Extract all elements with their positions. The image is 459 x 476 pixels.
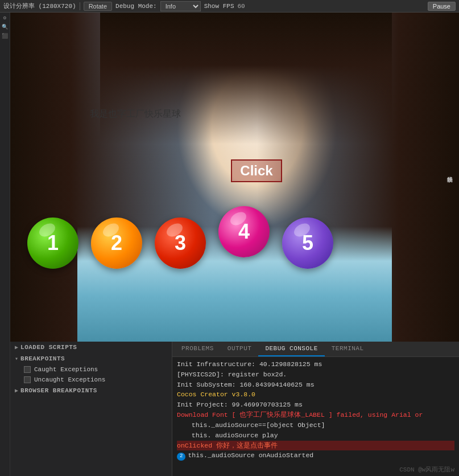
tab-terminal[interactable]: TERMINAL bbox=[325, 342, 371, 356]
breakpoints-label: BREAKPOINTS bbox=[20, 355, 65, 362]
right-console-panel: PROBLEMS OUTPUT DEBUG CONSOLE TERMINAL I… bbox=[172, 342, 459, 476]
content-wrapper: 我是也字工厂快乐星球 Click 1 2 3 4 5 bbox=[10, 13, 459, 476]
console-line-4: Cocos Creator v3.8.0 bbox=[177, 389, 454, 400]
left-debug-panel: ▶ LOADED SCRIPTS ▾ BREAKPOINTS Caught Ex… bbox=[10, 342, 172, 476]
uncaught-exceptions-label: Uncaught Exceptions bbox=[34, 376, 105, 383]
browser-breakpoints-label: BROWSER BREAKPOINTS bbox=[20, 387, 97, 394]
ball-3-number: 3 bbox=[175, 231, 186, 255]
sidebar-icon-3[interactable]: ⬛ bbox=[1, 33, 10, 41]
show-fps-label: Show FPS bbox=[204, 3, 234, 10]
debug-mode-label: Debug Mode: bbox=[115, 3, 157, 10]
console-badge: 2 bbox=[177, 453, 185, 461]
pause-button[interactable]: Pause bbox=[428, 2, 456, 11]
resolution-label: 设计分辨率 (1280X720) bbox=[3, 2, 76, 10]
console-line-1: Init Infrastructure: 40.1298828125 ms bbox=[177, 359, 454, 370]
watermark: CSDN @w风雨无阻w bbox=[399, 465, 454, 474]
rotate-button[interactable]: Rotate bbox=[84, 2, 112, 11]
left-sidebar: ⚙ 🔍 ⬛ bbox=[0, 13, 10, 476]
balls-container: 1 2 3 4 5 bbox=[27, 218, 333, 269]
console-line-6: Download Font [ 也字工厂快乐星球体_LABEL ] failed… bbox=[177, 410, 454, 420]
console-tabs: PROBLEMS OUTPUT DEBUG CONSOLE TERMINAL bbox=[172, 342, 459, 357]
ball-2-number: 2 bbox=[111, 231, 122, 255]
ball-5-number: 5 bbox=[302, 231, 313, 255]
tab-output[interactable]: OUTPUT bbox=[221, 342, 259, 356]
uncaught-exceptions-item[interactable]: Uncaught Exceptions bbox=[10, 375, 172, 385]
loaded-scripts-header[interactable]: ▶ LOADED SCRIPTS bbox=[10, 342, 172, 353]
console-line-9: onClicked 你好，这是点击事件 bbox=[177, 441, 454, 451]
console-line-8: this. audioSource play bbox=[177, 430, 454, 441]
sidebar-icon-2[interactable]: 🔍 bbox=[1, 24, 10, 32]
console-output: Init Infrastructure: 40.1298828125 ms [P… bbox=[172, 357, 459, 476]
tab-problems[interactable]: PROBLEMS bbox=[175, 342, 221, 356]
chevron-right-icon-2: ▶ bbox=[15, 387, 18, 394]
ball-4-number: 4 bbox=[238, 220, 250, 244]
ball-4[interactable]: 4 bbox=[218, 206, 270, 257]
loaded-scripts-label: LOADED SCRIPTS bbox=[20, 344, 77, 351]
console-line-2: [PHYSICS2D]: register box2d. bbox=[177, 370, 454, 380]
caught-exceptions-label: Caught Exceptions bbox=[34, 366, 98, 373]
click-label: Click bbox=[240, 163, 272, 179]
sidebar-icon-1[interactable]: ⚙ bbox=[1, 15, 10, 23]
ball-5[interactable]: 5 bbox=[282, 218, 333, 269]
fps-value: 60 bbox=[237, 3, 245, 10]
ball-2[interactable]: 2 bbox=[91, 218, 142, 269]
browser-breakpoints-header[interactable]: ▶ BROWSER BREAKPOINTS bbox=[10, 385, 172, 396]
caught-exceptions-checkbox[interactable] bbox=[24, 366, 31, 373]
bg-hair-top bbox=[100, 13, 392, 144]
ball-1-number: 1 bbox=[47, 231, 59, 255]
ball-3[interactable]: 3 bbox=[155, 218, 206, 269]
game-canvas[interactable]: 我是也字工厂快乐星球 Click 1 2 3 4 5 bbox=[10, 13, 459, 342]
game-text: 我是也字工厂快乐星球 bbox=[90, 108, 181, 120]
chevron-down-icon: ▾ bbox=[15, 355, 18, 362]
console-line-5: Init Project: 99.469970703125 ms bbox=[177, 400, 454, 410]
chevron-right-icon: ▶ bbox=[15, 344, 18, 351]
uncaught-exceptions-checkbox[interactable] bbox=[24, 376, 31, 383]
toolbar: 设计分辨率 (1280X720) Rotate Debug Mode: Info… bbox=[0, 0, 459, 13]
console-line-3: Init SubSystem: 160.843994140625 ms bbox=[177, 380, 454, 390]
divider-1 bbox=[80, 2, 80, 10]
breakpoints-header[interactable]: ▾ BREAKPOINTS bbox=[10, 353, 172, 364]
click-box[interactable]: Click bbox=[231, 159, 282, 182]
tab-debug-console[interactable]: DEBUG CONSOLE bbox=[258, 342, 324, 356]
ball-1[interactable]: 1 bbox=[27, 218, 78, 269]
console-line-7: this._audioSource==[object Object] bbox=[177, 420, 454, 430]
debug-mode-select[interactable]: Info Verbose Warn Error bbox=[160, 1, 201, 11]
main-area: ⚙ 🔍 ⬛ 我是也字工厂快乐星球 Click 1 2 bbox=[0, 13, 459, 476]
caught-exceptions-item[interactable]: Caught Exceptions bbox=[10, 364, 172, 375]
bottom-panel: ▶ LOADED SCRIPTS ▾ BREAKPOINTS Caught Ex… bbox=[10, 342, 459, 476]
console-line-10: 2this._audioSource onAudioStarted bbox=[177, 450, 454, 461]
